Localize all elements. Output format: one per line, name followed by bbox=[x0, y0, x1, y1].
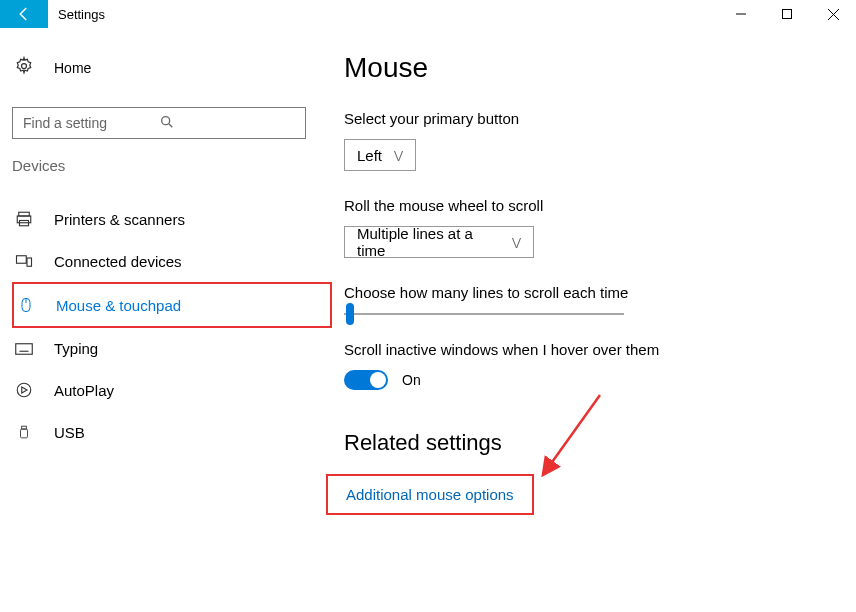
svg-point-5 bbox=[162, 116, 170, 124]
svg-point-18 bbox=[17, 383, 31, 397]
chevron-down-icon: ⋁ bbox=[512, 236, 521, 249]
home-label: Home bbox=[54, 60, 91, 76]
svg-point-4 bbox=[22, 64, 27, 69]
search-icon bbox=[159, 114, 295, 133]
printer-icon bbox=[14, 210, 34, 228]
select-value: Left bbox=[357, 147, 382, 164]
devices-icon bbox=[14, 252, 34, 270]
slider-thumb[interactable] bbox=[346, 303, 354, 325]
chevron-down-icon: ⋁ bbox=[394, 149, 403, 162]
close-button[interactable] bbox=[810, 0, 856, 28]
sidebar-item-connected[interactable]: Connected devices bbox=[12, 240, 332, 282]
category-header: Devices bbox=[12, 157, 332, 174]
nav-label: Mouse & touchpad bbox=[56, 297, 181, 314]
home-link[interactable]: Home bbox=[12, 52, 332, 83]
sidebar-item-mouse[interactable]: Mouse & touchpad bbox=[12, 282, 332, 328]
wheel-scroll-label: Roll the mouse wheel to scroll bbox=[344, 197, 659, 214]
sidebar-item-typing[interactable]: Typing bbox=[12, 328, 332, 369]
nav-label: Printers & scanners bbox=[54, 211, 185, 228]
select-value: Multiple lines at a time bbox=[357, 225, 500, 259]
page-title: Mouse bbox=[344, 52, 659, 84]
search-input[interactable]: Find a setting bbox=[12, 107, 306, 139]
svg-rect-14 bbox=[16, 343, 33, 354]
related-heading: Related settings bbox=[344, 430, 659, 456]
back-button[interactable] bbox=[0, 0, 48, 28]
primary-button-label: Select your primary button bbox=[344, 110, 659, 127]
nav-label: USB bbox=[54, 424, 85, 441]
primary-button-select[interactable]: Left ⋁ bbox=[344, 139, 416, 171]
toggle-knob bbox=[370, 372, 386, 388]
svg-rect-1 bbox=[783, 10, 792, 19]
nav-label: Typing bbox=[54, 340, 98, 357]
autoplay-icon bbox=[14, 381, 34, 399]
lines-slider[interactable] bbox=[344, 313, 624, 315]
minimize-button[interactable] bbox=[718, 0, 764, 28]
svg-line-6 bbox=[169, 124, 172, 127]
lines-scroll-label: Choose how many lines to scroll each tim… bbox=[344, 284, 659, 301]
sidebar-item-printers[interactable]: Printers & scanners bbox=[12, 198, 332, 240]
inactive-windows-label: Scroll inactive windows when I hover ove… bbox=[344, 341, 659, 358]
usb-icon bbox=[14, 423, 34, 441]
svg-rect-11 bbox=[27, 258, 32, 266]
window-title: Settings bbox=[48, 7, 105, 22]
maximize-button[interactable] bbox=[764, 0, 810, 28]
search-placeholder: Find a setting bbox=[23, 115, 159, 131]
nav-label: AutoPlay bbox=[54, 382, 114, 399]
nav-label: Connected devices bbox=[54, 253, 182, 270]
mouse-icon bbox=[16, 296, 36, 314]
svg-rect-10 bbox=[17, 256, 27, 264]
inactive-toggle[interactable] bbox=[344, 370, 388, 390]
sidebar-item-autoplay[interactable]: AutoPlay bbox=[12, 369, 332, 411]
svg-rect-20 bbox=[21, 429, 28, 438]
sidebar-item-usb[interactable]: USB bbox=[12, 411, 332, 453]
gear-icon bbox=[14, 56, 34, 79]
keyboard-icon bbox=[14, 342, 34, 356]
wheel-scroll-select[interactable]: Multiple lines at a time ⋁ bbox=[344, 226, 534, 258]
additional-mouse-link[interactable]: Additional mouse options bbox=[346, 486, 514, 503]
toggle-state: On bbox=[402, 372, 421, 388]
